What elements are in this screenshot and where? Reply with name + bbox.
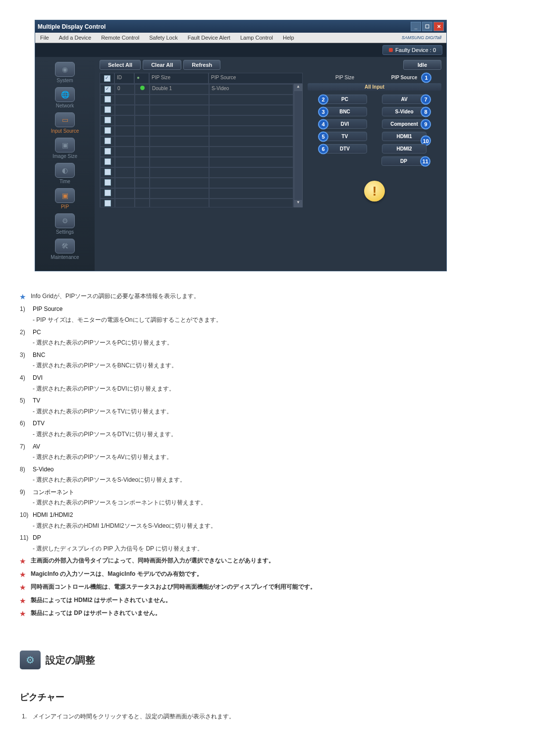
note: 同時画面コントロール機能は、電源ステータスおよび同時画面機能がオンのディスプレイ…	[31, 582, 316, 593]
btn-dtv[interactable]: 6DTV	[322, 144, 367, 153]
table-row[interactable]: ✓ 0 Double 1 S-Video	[100, 84, 293, 95]
document-body: ★ Info Gridが、PIPソースの調節に必要な基本情報を表示します。 1)…	[20, 291, 466, 722]
menu-lamp-control[interactable]: Lamp Control	[235, 33, 278, 43]
col-check[interactable]: ✓	[100, 73, 114, 84]
sidebar-item-network[interactable]: 🌐Network	[35, 86, 95, 109]
star-icon: ★	[20, 608, 28, 619]
note: 主画面の外部入力信号タイプによって、同時画面外部入力が選択できないことがあります…	[31, 555, 274, 566]
row-checkbox[interactable]	[105, 96, 111, 102]
table-row	[100, 136, 293, 147]
btn-av[interactable]: AV7	[382, 95, 427, 104]
row-checkbox[interactable]: ✓	[105, 86, 111, 93]
star-icon: ★	[20, 595, 28, 606]
btn-tv[interactable]: 5TV	[322, 132, 367, 141]
table-row	[100, 147, 293, 157]
menu-help[interactable]: Help	[278, 33, 299, 43]
col-id[interactable]: ID	[114, 73, 134, 84]
table-row	[100, 105, 293, 115]
settings-icon: ⚙	[55, 213, 75, 228]
menu-file[interactable]: File	[35, 33, 54, 43]
table-row	[100, 157, 293, 167]
settings-section-icon: ⚙	[20, 651, 41, 669]
fault-bar: Faulty Device : 0	[35, 43, 446, 57]
table-row	[100, 95, 293, 105]
btn-bnc[interactable]: 3BNC	[322, 107, 367, 116]
table-row	[100, 126, 293, 136]
sidebar-item-maintenance[interactable]: 🛠Maintenance	[35, 238, 95, 261]
scrollbar[interactable]: ▲ ▼	[294, 84, 303, 207]
menubar: File Add a Device Remote Control Safety …	[35, 33, 446, 43]
faulty-device-button[interactable]: Faulty Device : 0	[382, 45, 442, 55]
all-input-label: All Input	[308, 83, 441, 91]
btn-pc[interactable]: 2PC	[322, 95, 367, 104]
btn-component[interactable]: Component9	[382, 119, 427, 129]
btn-svideo[interactable]: S-Video8	[382, 107, 427, 116]
menu-remote-control[interactable]: Remote Control	[96, 33, 144, 43]
menu-add-device[interactable]: Add a Device	[54, 33, 96, 43]
warning-icon: !	[364, 181, 385, 202]
status-dot-icon	[140, 86, 145, 90]
sidebar-item-image-size[interactable]: ▣Image Size	[35, 137, 95, 160]
pip-source-panel: PIP Size PIP Source 1 All Input 2PC AV7 …	[303, 73, 446, 271]
minimize-icon[interactable]: _	[411, 22, 421, 31]
image-size-icon: ▣	[55, 138, 75, 152]
select-all-button[interactable]: Select All	[100, 60, 141, 70]
pip-icon: ▣	[55, 188, 75, 203]
sidebar-item-system[interactable]: ◉System	[35, 61, 95, 84]
table-row	[100, 199, 293, 207]
scroll-up-icon[interactable]: ▲	[294, 84, 302, 91]
fault-label: Faulty Device : 0	[395, 47, 436, 53]
section-title: 設定の調整	[46, 651, 95, 669]
maximize-icon[interactable]: ☐	[422, 22, 432, 31]
btn-dvi[interactable]: 4DVI	[322, 119, 367, 129]
step-number: 1.	[22, 711, 30, 722]
note: 製品によっては DP はサポートされていません。	[31, 608, 161, 619]
note: 製品によっては HDMI2 はサポートされていません。	[31, 595, 171, 606]
refresh-button[interactable]: Refresh	[183, 60, 220, 70]
cell-size: Double 1	[150, 84, 209, 95]
sidebar-item-input-source[interactable]: ▭Input Source	[35, 111, 95, 135]
system-icon: ◉	[55, 62, 75, 77]
device-grid: ✓ ID ● PIP Size PIP Source ✓ 0 Double	[95, 73, 303, 271]
col-pip-source[interactable]: PIP Source	[209, 73, 303, 84]
menu-fault-alert[interactable]: Fault Device Alert	[183, 33, 235, 43]
window-title: Multiple Display Control	[38, 23, 106, 30]
sidebar-item-pip[interactable]: ▣PIP	[35, 187, 95, 210]
fault-indicator-icon	[389, 48, 393, 52]
item-desc: - PIP サイズは、モニターの電源をOnにして調節することができます。	[33, 315, 222, 326]
col-status[interactable]: ●	[134, 73, 149, 84]
time-icon: ◐	[55, 163, 75, 178]
btn-hdmi2[interactable]: HDMI2	[382, 144, 427, 153]
btn-dp[interactable]: DP11	[381, 156, 426, 166]
cell-id: 0	[115, 84, 135, 95]
star-icon: ★	[20, 582, 28, 593]
table-row	[100, 188, 293, 199]
note: MagicInfo の入力ソースは、MagicInfo モデルでのみ有効です。	[31, 569, 203, 580]
app-window: Multiple Display Control _ ☐ ✕ File Add …	[35, 20, 447, 271]
network-icon: 🌐	[55, 87, 75, 102]
idle-button[interactable]: Idle	[403, 60, 441, 70]
step-text: メインアイコンの時間をクリックすると、設定の調整画面が表示されます。	[33, 711, 235, 722]
close-icon[interactable]: ✕	[433, 22, 444, 31]
clear-all-button[interactable]: Clear All	[143, 60, 181, 70]
cell-source: S-Video	[209, 84, 293, 95]
menu-safety-lock[interactable]: Safety Lock	[144, 33, 182, 43]
info-grid-description: Info Gridが、PIPソースの調節に必要な基本情報を表示します。	[31, 291, 200, 302]
item-title: PIP Source	[33, 304, 222, 315]
star-icon: ★	[20, 291, 28, 302]
star-icon: ★	[20, 555, 28, 567]
sidebar-item-time[interactable]: ◐Time	[35, 162, 95, 185]
scroll-down-icon[interactable]: ▼	[294, 200, 302, 207]
badge-1: 1	[421, 72, 431, 83]
label-pip-source: PIP Source 1	[382, 75, 427, 80]
sidebar-item-settings[interactable]: ⚙Settings	[35, 212, 95, 236]
subsection-title: ピクチャー	[20, 689, 466, 705]
table-row	[100, 167, 293, 178]
sidebar: ◉System 🌐Network ▭Input Source ▣Image Si…	[35, 57, 95, 271]
table-row	[100, 115, 293, 126]
btn-hdmi1[interactable]: HDMI110	[382, 132, 427, 141]
col-pip-size[interactable]: PIP Size	[149, 73, 209, 84]
star-icon: ★	[20, 569, 28, 580]
maintenance-icon: 🛠	[55, 239, 75, 253]
label-pip-size: PIP Size	[322, 75, 367, 80]
